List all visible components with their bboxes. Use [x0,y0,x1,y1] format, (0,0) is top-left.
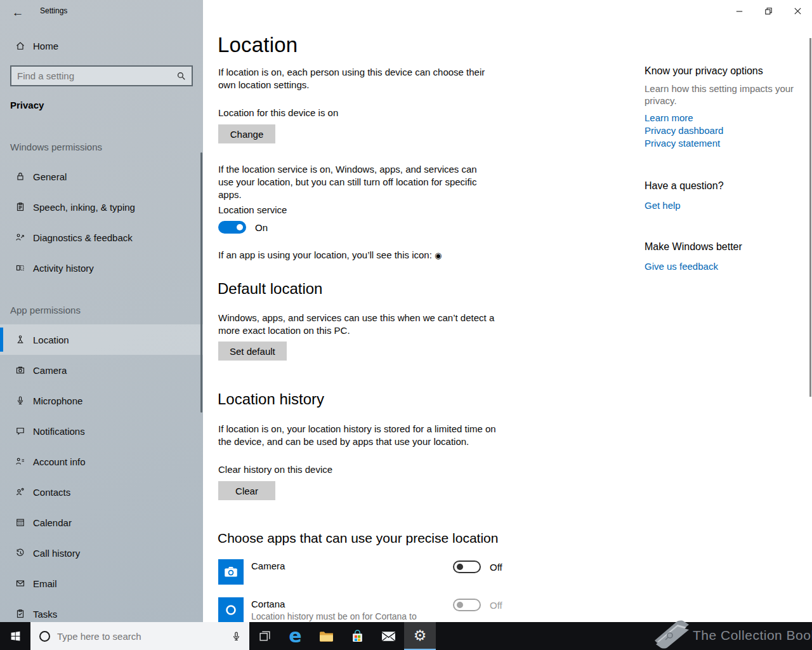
store-taskbar-icon[interactable] [342,622,373,650]
edge-icon: e [289,627,301,646]
home-icon [15,41,25,51]
camera-location-toggle[interactable] [453,560,481,573]
learn-more-link[interactable]: Learn more [645,112,803,124]
microphone-icon[interactable] [231,631,242,642]
settings-taskbar-icon[interactable]: ⚙ [404,622,436,650]
call-history-icon [15,548,25,558]
cortana-icon [39,631,50,642]
location-history-title: Location history [218,390,324,408]
privacy-dashboard-link[interactable]: Privacy dashboard [645,124,803,137]
sidebar-item-call-history[interactable]: Call history [0,538,203,568]
group-app-permissions: App permissions [10,305,81,315]
calendar-icon [15,517,25,527]
give-feedback-link[interactable]: Give us feedback [645,260,803,273]
privacy-statement-link[interactable]: Privacy statement [645,137,803,150]
microphone-icon [15,395,25,406]
sidebar-item-label: Activity history [33,263,94,274]
sidebar-scrollbar[interactable] [200,152,202,413]
sidebar-item-speech[interactable]: Speech, inking, & typing [0,192,203,222]
sidebar-item-label: Microphone [33,395,82,406]
sidebar-item-label: Contacts [33,487,70,498]
make-windows-better-block: Make Windows better Give us feedback [645,241,803,273]
location-service-toggle-row: On [218,221,268,234]
gear-icon: ⚙ [414,627,427,644]
app-subtext: Location history must be on for Cortana … [251,611,417,621]
privacy-options-title: Know your privacy options [645,65,803,77]
file-explorer-taskbar-icon[interactable] [311,622,342,650]
sidebar-item-label: Calendar [33,517,72,528]
watermark: The Collection Book [648,616,812,650]
default-location-title: Default location [218,280,322,298]
settings-search[interactable] [10,65,193,86]
sidebar-item-label: Tasks [33,609,57,620]
mail-taskbar-icon[interactable] [373,622,404,650]
sidebar-item-label: Notifications [33,426,85,437]
diagnostics-icon [15,232,25,242]
cortana-app-icon [223,602,239,618]
camera-app-tile [218,559,244,585]
location-service-toggle[interactable] [218,221,246,234]
clear-button[interactable]: Clear [218,481,275,500]
set-default-button[interactable]: Set default [218,342,287,361]
sidebar-item-general[interactable]: General [0,161,203,192]
default-location-desc: Windows, apps, and services can use this… [218,312,495,337]
account-info-icon [15,456,25,467]
sidebar-item-label: Email [33,578,57,589]
app-row-camera: Camera Off [218,559,516,588]
location-history-desc: If location is on, your location history… [218,423,508,448]
edge-taskbar-icon[interactable]: e [280,622,311,650]
sidebar-item-account-info[interactable]: Account info [0,446,203,477]
change-button[interactable]: Change [218,124,275,143]
sidebar-item-label: Home [33,41,58,51]
sidebar-item-camera[interactable]: Camera [0,355,203,385]
cortana-location-toggle[interactable] [453,599,481,611]
camera-icon [15,365,25,375]
search-input[interactable] [11,70,176,81]
app-name: Cortana [251,599,285,609]
clear-history-label: Clear history on this device [218,463,332,476]
contacts-icon [15,487,25,497]
sidebar-item-email[interactable]: Email [0,568,203,599]
windows-logo-icon [10,631,21,642]
watermark-text: The Collection Book [693,628,812,643]
sidebar-item-label: Speech, inking, & typing [33,202,135,213]
group-windows-permissions: Windows permissions [10,142,102,152]
sidebar-item-activity-history[interactable]: Activity history [0,253,203,283]
taskbar-search-input[interactable] [50,631,231,642]
content-scrollbar[interactable] [809,38,811,397]
sidebar-item-location[interactable]: Location [0,324,203,355]
cortana-app-tile [218,597,244,623]
settings-sidebar: ← Settings Home Privacy Windows permissi… [0,0,203,622]
window-title: Settings [40,6,67,15]
sidebar-item-diagnostics[interactable]: Diagnostics & feedback [0,222,203,253]
minimize-button[interactable] [724,0,754,22]
sidebar-item-contacts[interactable]: Contacts [0,477,203,507]
have-question-block: Have a question? Get help [645,180,803,212]
sidebar-page-title: Privacy [10,100,44,110]
sidebar-item-calendar[interactable]: Calendar [0,507,203,538]
close-icon[interactable] [783,0,812,22]
search-icon[interactable] [176,70,187,81]
sidebar-item-home[interactable]: Home [0,30,203,61]
toggle-state-label: On [255,222,268,233]
sidebar-item-microphone[interactable]: Microphone [0,385,203,416]
task-view-button[interactable] [249,622,280,650]
start-button[interactable] [0,622,30,650]
mail-icon [381,631,396,642]
intro-text: If location is on, each person using thi… [218,66,492,91]
toggle-state-label: Off [490,600,502,611]
sidebar-item-label: Camera [33,365,67,376]
device-location-status: Location for this device is on [218,107,338,119]
window-controls [724,0,812,22]
sidebar-item-label: Diagnostics & feedback [33,232,133,243]
privacy-options-desc: Learn how this setting impacts your priv… [645,83,803,107]
app-name: Camera [251,560,285,571]
get-help-link[interactable]: Get help [645,199,803,212]
back-button[interactable]: ← [9,4,27,21]
sidebar-item-label: Location [33,335,69,345]
have-question-title: Have a question? [645,180,803,192]
restore-button[interactable] [754,0,783,22]
sidebar-item-notifications[interactable]: Notifications [0,416,203,446]
page-title: Location [218,33,298,57]
taskbar-search[interactable] [30,622,249,650]
